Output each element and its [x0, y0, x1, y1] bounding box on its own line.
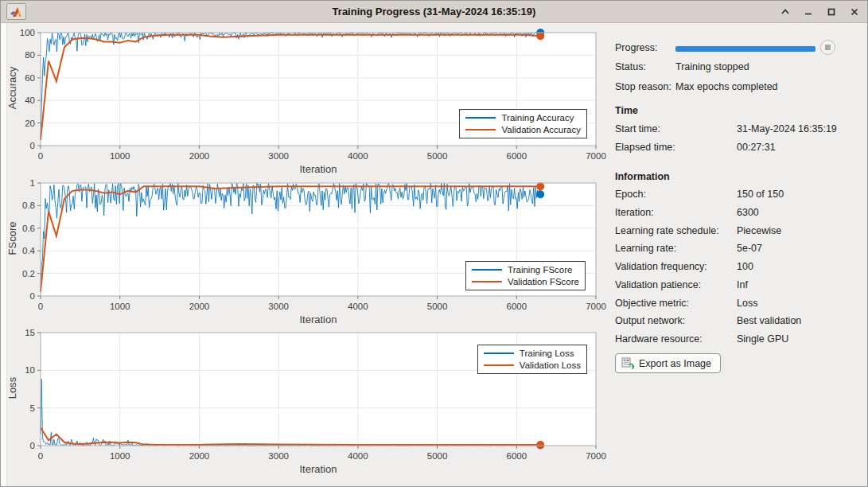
export-as-image-button[interactable]: Export as Image	[615, 353, 721, 373]
svg-text:100: 100	[20, 28, 35, 37]
export-button-label: Export as Image	[639, 358, 711, 369]
svg-text:0: 0	[38, 151, 43, 161]
detail-row-label: Hardware resource:	[615, 333, 703, 345]
detail-row-label: Validation frequency:	[615, 261, 707, 272]
svg-text:15: 15	[25, 328, 35, 337]
svg-text:4000: 4000	[348, 302, 368, 311]
svg-text:40: 40	[25, 95, 35, 105]
svg-text:0.8: 0.8	[22, 201, 35, 210]
window-title: Training Progress (31-May-2024 16:35:19)	[1, 6, 867, 18]
legend-label: Training FScore	[508, 265, 572, 275]
fscore-legend: Training FScore Validation FScore	[465, 261, 586, 290]
detail-row-value: 100	[737, 261, 753, 272]
accuracy-chart: 0100020003000400050006000700002040608010…	[10, 27, 623, 164]
svg-text:1000: 1000	[110, 151, 130, 161]
minimize-icon[interactable]	[800, 4, 816, 20]
title-bar: Training Progress (31-May-2024 16:35:19)	[1, 1, 867, 23]
detail-row-label: Elapsed time:	[615, 142, 675, 153]
accuracy-axis-label: Accuracy	[6, 33, 18, 144]
svg-text:6000: 6000	[506, 151, 527, 161]
stop-icon	[825, 45, 831, 50]
svg-text:20: 20	[25, 119, 35, 128]
svg-text:0.2: 0.2	[22, 269, 35, 279]
legend-label: Validation Accuracy	[501, 125, 581, 134]
svg-text:1000: 1000	[110, 302, 130, 311]
legend-row: Validation FScore	[472, 275, 579, 287]
accuracy-legend: Training Accuracy Validation Accuracy	[459, 109, 587, 138]
svg-text:0.6: 0.6	[22, 224, 35, 233]
legend-label: Validation Loss	[520, 360, 581, 370]
svg-text:7000: 7000	[586, 451, 606, 461]
legend-label: Training Loss	[520, 349, 574, 358]
detail-row-label: Validation patience:	[615, 279, 701, 290]
detail-row-value: 6300	[737, 207, 759, 218]
fscore-axis-label: FScore	[6, 183, 18, 294]
svg-text:2000: 2000	[189, 451, 210, 461]
detail-row-value: Piecewise	[737, 225, 781, 236]
legend-row: Validation Loss	[484, 359, 581, 371]
svg-text:5000: 5000	[427, 451, 448, 461]
time-section-header: Time	[615, 105, 638, 116]
svg-text:3000: 3000	[268, 302, 289, 311]
svg-text:7000: 7000	[586, 151, 606, 161]
svg-text:60: 60	[25, 73, 35, 83]
svg-text:1: 1	[30, 178, 35, 188]
validation-line-swatch	[484, 364, 514, 366]
stop-training-button[interactable]	[820, 40, 835, 55]
svg-text:4000: 4000	[348, 451, 368, 461]
svg-text:0.4: 0.4	[22, 246, 36, 255]
window-controls	[777, 1, 862, 23]
svg-text:6000: 6000	[506, 451, 527, 461]
training-line-swatch	[484, 353, 514, 354]
svg-text:5000: 5000	[427, 151, 448, 161]
accuracy-xaxis-label: Iteration	[239, 163, 398, 175]
information-section-header: Information	[615, 171, 670, 182]
loss-axis-label: Loss	[6, 333, 18, 444]
svg-text:2000: 2000	[189, 151, 210, 161]
status-label: Status:	[615, 61, 646, 72]
detail-row-label: Learning rate:	[615, 243, 676, 254]
detail-row-value: 150 of 150	[737, 189, 784, 200]
detail-row-value: 5e-07	[737, 243, 762, 254]
svg-text:3000: 3000	[268, 151, 289, 161]
training-line-swatch	[465, 117, 496, 119]
detail-row-label: Iteration:	[615, 207, 654, 218]
progress-bar-fill	[675, 46, 815, 52]
stop-reason-label: Stop reason:	[615, 81, 671, 92]
close-icon[interactable]	[847, 4, 862, 20]
detail-row-value: 31-May-2024 16:35:19	[737, 123, 837, 134]
svg-text:0: 0	[30, 441, 35, 450]
detail-row-value: Inf	[737, 279, 748, 290]
training-info-panel: Progress: Status: Training stopped Stop …	[605, 23, 868, 487]
detail-row-label: Output network:	[615, 315, 685, 326]
legend-row: Training Loss	[484, 347, 581, 359]
training-line-swatch	[472, 269, 502, 271]
legend-row: Training FScore	[472, 263, 579, 275]
maximize-icon[interactable]	[823, 4, 839, 20]
content-area: 0100020003000400050006000700002040608010…	[1, 23, 868, 487]
progress-bar	[675, 46, 815, 52]
legend-label: Validation FScore	[508, 277, 579, 286]
fscore-chart: 0100020003000400050006000700000.20.40.60…	[10, 177, 623, 314]
detail-row-value: Best validation	[737, 315, 801, 326]
legend-row: Validation Accuracy	[465, 123, 581, 135]
collapse-chevron-icon[interactable]	[777, 4, 793, 20]
legend-label: Training Accuracy	[501, 113, 574, 123]
fscore-xaxis-label: Iteration	[239, 314, 398, 325]
status-value: Training stopped	[675, 61, 749, 72]
validation-line-swatch	[472, 281, 502, 282]
svg-text:5000: 5000	[427, 302, 448, 311]
detail-row-label: Epoch:	[615, 189, 646, 200]
detail-row-value: 00:27:31	[737, 142, 776, 153]
svg-text:7000: 7000	[586, 302, 606, 311]
detail-row-label: Objective metric:	[615, 298, 689, 309]
progress-label: Progress:	[615, 42, 658, 53]
svg-text:6000: 6000	[506, 302, 527, 311]
svg-text:4000: 4000	[348, 151, 368, 161]
svg-text:0: 0	[38, 451, 43, 461]
svg-text:5: 5	[30, 403, 35, 413]
svg-text:2000: 2000	[189, 302, 210, 311]
svg-text:3000: 3000	[268, 451, 289, 461]
detail-row-value: Single GPU	[737, 333, 788, 345]
detail-row-value: Loss	[737, 298, 757, 309]
